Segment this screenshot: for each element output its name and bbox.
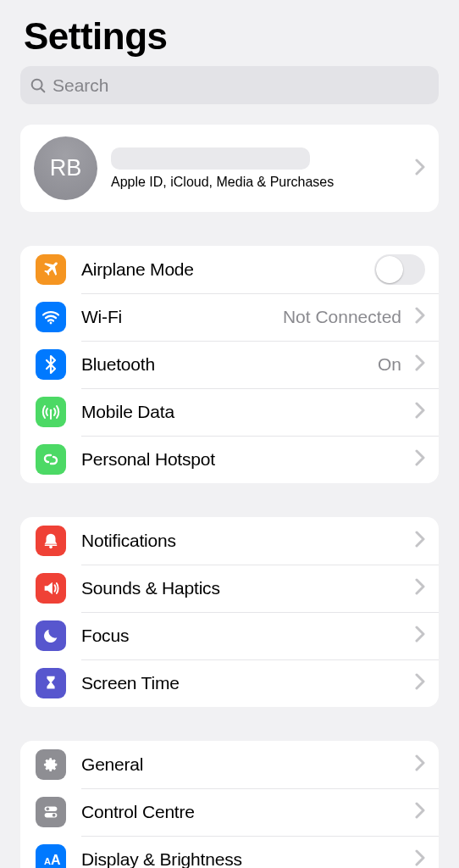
speaker-icon (36, 573, 66, 604)
search-input[interactable]: Search (20, 66, 439, 104)
svg-point-2 (50, 322, 53, 325)
focus-row[interactable]: Focus (20, 612, 439, 659)
chevron-right-icon (415, 626, 425, 646)
row-label: Sounds & Haptics (81, 578, 220, 598)
chevron-right-icon (415, 402, 425, 422)
row-label: Personal Hotspot (81, 449, 215, 470)
row-label: Mobile Data (81, 402, 174, 422)
chevron-right-icon (415, 449, 425, 470)
chevron-right-icon (415, 849, 425, 868)
wifi-icon (36, 302, 66, 332)
bluetooth-icon (36, 349, 66, 380)
row-label: Control Centre (81, 802, 195, 822)
chevron-right-icon (415, 531, 425, 551)
wifi-detail: Not Connected (283, 307, 401, 327)
hotspot-icon (36, 444, 66, 475)
general-row[interactable]: General (20, 741, 439, 788)
chevron-right-icon (415, 354, 425, 375)
chevron-right-icon (415, 159, 425, 179)
personal-hotspot-row[interactable]: Personal Hotspot (20, 436, 439, 483)
row-label: Display & Brightness (81, 849, 242, 868)
row-label: Notifications (81, 531, 176, 551)
row-label: Airplane Mode (81, 259, 194, 280)
bluetooth-detail: On (378, 354, 401, 375)
notifications-row[interactable]: Notifications (20, 517, 439, 565)
toggles-icon (36, 797, 66, 827)
wifi-row[interactable]: Wi-Fi Not Connected (20, 293, 439, 341)
svg-point-6 (49, 546, 53, 549)
chevron-right-icon (415, 307, 425, 327)
airplane-icon (36, 254, 66, 285)
page-title: Settings (0, 0, 459, 66)
row-label: General (81, 754, 143, 775)
search-icon (29, 76, 47, 95)
chevron-right-icon (415, 673, 425, 693)
control-centre-row[interactable]: Control Centre (20, 788, 439, 836)
apple-id-row[interactable]: RB Apple ID, iCloud, Media & Purchases (20, 125, 439, 212)
chevron-right-icon (415, 802, 425, 822)
account-name-redacted (111, 147, 310, 170)
antenna-icon (36, 397, 66, 427)
svg-point-8 (47, 808, 50, 811)
search-placeholder: Search (53, 75, 109, 96)
mobile-data-row[interactable]: Mobile Data (20, 388, 439, 436)
bluetooth-row[interactable]: Bluetooth On (20, 341, 439, 388)
chevron-right-icon (415, 578, 425, 598)
chevron-right-icon (415, 754, 425, 775)
svg-text:A: A (44, 856, 51, 866)
display-brightness-row[interactable]: AA Display & Brightness (20, 836, 439, 868)
screen-time-row[interactable]: Screen Time (20, 659, 439, 707)
airplane-mode-row[interactable]: Airplane Mode (20, 246, 439, 293)
sounds-row[interactable]: Sounds & Haptics (20, 565, 439, 612)
svg-point-4 (50, 409, 53, 412)
row-label: Bluetooth (81, 354, 155, 375)
avatar: RB (34, 136, 97, 200)
svg-line-1 (41, 88, 44, 92)
row-label: Screen Time (81, 673, 180, 693)
gear-icon (36, 749, 66, 780)
row-label: Focus (81, 626, 129, 646)
airplane-toggle[interactable] (374, 254, 425, 285)
hourglass-icon (36, 668, 66, 698)
bell-icon (36, 526, 66, 556)
row-label: Wi-Fi (81, 307, 122, 327)
svg-point-10 (53, 814, 56, 817)
moon-icon (36, 620, 66, 651)
svg-text:A: A (51, 853, 61, 867)
text-size-icon: AA (36, 844, 66, 868)
account-subtitle: Apple ID, iCloud, Media & Purchases (111, 175, 408, 190)
